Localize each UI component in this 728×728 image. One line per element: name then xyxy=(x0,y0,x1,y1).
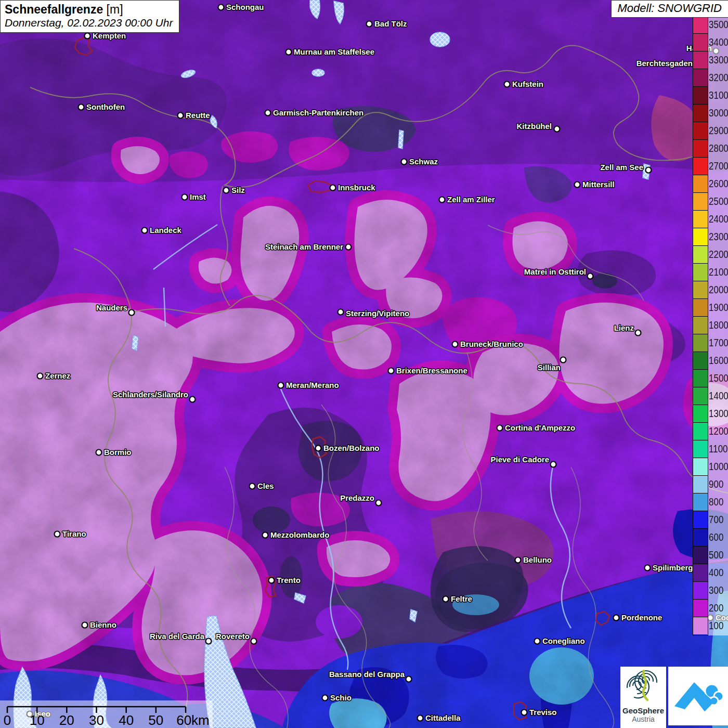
snowgrid-logo xyxy=(668,667,728,725)
colorbar-tick-label: 200 xyxy=(709,599,723,617)
city-label: Zell am Ziller xyxy=(447,195,495,204)
city-label: Landeck xyxy=(150,226,182,235)
colorbar-segment-400 xyxy=(693,564,708,582)
colorbar-tick-label: 1400 xyxy=(709,387,728,405)
colorbar-tick-label: 2300 xyxy=(709,228,728,245)
colorbar-segment-2700 xyxy=(693,158,708,175)
city-label: Kufstein xyxy=(512,80,543,88)
colorbar-segment-1100 xyxy=(693,440,708,458)
city-dot xyxy=(535,639,540,644)
city-label: Bad Tölz xyxy=(374,19,407,28)
colorbar-segment-200 xyxy=(693,600,708,617)
city-dot xyxy=(265,110,271,116)
city-dot xyxy=(504,82,510,87)
colorbar-segment-3500 xyxy=(693,16,708,34)
colorbar-tick-label: 2200 xyxy=(709,245,728,263)
colorbar-tick-label: 400 xyxy=(709,564,723,581)
title-parameter: Schneefallgrenze xyxy=(5,3,103,16)
colorbar-segment-500 xyxy=(693,547,708,564)
city-dot xyxy=(251,639,257,644)
colorbar-segment-300 xyxy=(693,582,708,600)
colorbar-segment-2000 xyxy=(693,281,708,299)
city-dot xyxy=(182,194,188,200)
city-dot xyxy=(206,639,212,644)
city-dot xyxy=(614,615,619,621)
city-dot xyxy=(269,578,275,583)
colorbar-segment-100 xyxy=(693,617,708,634)
colorbar-segment-600 xyxy=(693,529,708,547)
colorbar-segment-2100 xyxy=(693,264,708,281)
geosphere-name: GeoSphere xyxy=(620,706,666,715)
colorbar-segment-2400 xyxy=(693,211,708,228)
colorbar-tick-label: 1600 xyxy=(709,352,728,369)
colorbar-tick-label: 700 xyxy=(709,511,723,528)
colorbar-segment-2900 xyxy=(693,122,708,140)
city-dot xyxy=(497,425,503,431)
city-label: Schio xyxy=(330,693,352,702)
colorbar-tick-label: 1800 xyxy=(709,316,728,334)
city-dot xyxy=(439,197,445,203)
colorbar-tick-label: 500 xyxy=(709,546,723,564)
city-dot xyxy=(635,330,641,336)
city-label: Silz xyxy=(231,186,245,194)
colorbar-segment-1600 xyxy=(693,352,708,370)
colorbar-segment-800 xyxy=(693,493,708,511)
city-dot xyxy=(55,531,60,537)
city-dot xyxy=(418,716,423,721)
colorbar-segment-2500 xyxy=(693,193,708,211)
city-label: Reutte xyxy=(186,111,210,120)
city-dot xyxy=(286,49,292,55)
colorbar xyxy=(693,16,708,635)
city-dot xyxy=(250,484,255,489)
map-title-box: Schneefallgrenze [m] Donnerstag, 02.02.2… xyxy=(0,0,179,33)
city-dot xyxy=(575,182,580,188)
city-label: Berchtesgaden xyxy=(636,59,693,68)
weather-map-page: { "title": { "heading": "Schneefallgrenz… xyxy=(0,0,728,728)
scalebar-label: 40 xyxy=(119,712,134,728)
city-label: Schongau xyxy=(226,3,264,11)
city-label: Mezzolombardo xyxy=(270,530,329,539)
city-dot xyxy=(37,373,43,379)
colorbar-segment-2200 xyxy=(693,246,708,264)
colorbar-tick-label: 600 xyxy=(709,528,723,546)
map-title: Schneefallgrenze [m] xyxy=(5,3,173,17)
city-label: Bormio xyxy=(104,448,132,457)
colorbar-segment-3400 xyxy=(693,34,708,51)
colorbar-tick-label: 1000 xyxy=(709,458,728,475)
city-label: Bruneck/Brunico xyxy=(460,340,523,348)
contour-lines-icon xyxy=(620,667,666,705)
scalebar-label: 50 xyxy=(148,712,163,728)
city-dot xyxy=(263,532,268,538)
city-label: Conegliano xyxy=(542,636,585,645)
colorbar-tick-label: 3000 xyxy=(709,104,728,122)
colorbar-tick-label: 100 xyxy=(709,617,723,634)
model-label: Modell: SNOWGRID xyxy=(611,0,728,18)
city-dot xyxy=(79,105,84,110)
colorbar-segment-2300 xyxy=(693,228,708,246)
city-dot xyxy=(322,695,328,701)
city-dot xyxy=(338,309,344,315)
city-dot xyxy=(178,113,184,119)
city-dot xyxy=(443,596,449,602)
colorbar-tick-label: 1200 xyxy=(709,422,728,440)
city-label: Trento xyxy=(277,576,301,584)
scalebar-label: 0 xyxy=(4,712,11,728)
city-label: Treviso xyxy=(529,708,557,717)
city-dot xyxy=(401,159,407,165)
city-label: Schlanders/Silandro xyxy=(113,390,188,399)
colorbar-segment-1700 xyxy=(693,334,708,352)
city-label: Mittersill xyxy=(582,180,615,189)
colorbar-tick-label: 3100 xyxy=(709,86,728,104)
colorbar-segment-1300 xyxy=(693,405,708,423)
city-dot xyxy=(588,274,593,279)
city-label: Tirano xyxy=(62,529,86,538)
city-label: Innsbruck xyxy=(338,183,375,192)
title-unit: [m] xyxy=(103,3,123,16)
city-label: Rovereto xyxy=(216,632,250,641)
city-label: Zell am See xyxy=(600,163,643,172)
map-datetime: Donnerstag, 02.02.2023 00:00 Uhr xyxy=(5,17,173,29)
colorbar-segment-1800 xyxy=(693,317,708,334)
colorbar-segment-1000 xyxy=(693,458,708,476)
colorbar-tick-label: 1500 xyxy=(709,369,728,387)
geosphere-country: Austria xyxy=(620,715,666,723)
